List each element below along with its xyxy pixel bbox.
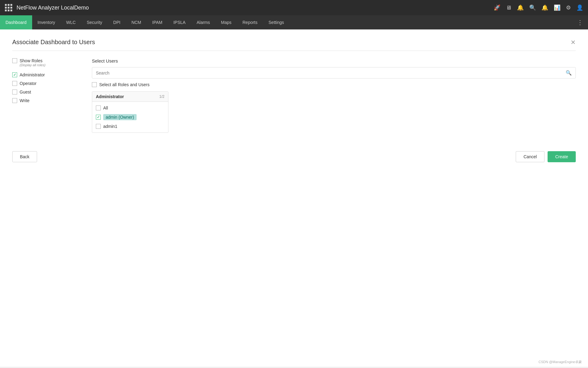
gear-icon[interactable]: ⚙ [566, 4, 571, 11]
role-checkbox-guest[interactable] [12, 90, 17, 94]
btn-group-right: Cancel Create [516, 151, 576, 162]
nav-item-ipsla[interactable]: IPSLA [168, 15, 191, 29]
close-button[interactable]: ✕ [571, 39, 576, 45]
search-box[interactable]: 🔍 [92, 67, 576, 79]
nav-item-dashboard[interactable]: Dashboard [0, 15, 32, 29]
topbar-icons: 🚀 🖥 🔔 🔍 🔔 📊 ⚙ 👤 [494, 4, 583, 11]
notification-icon[interactable]: 🔔 [541, 4, 548, 11]
search-input[interactable] [96, 71, 566, 75]
dialog-header: Associate Dashboard to Users ✕ [12, 39, 576, 51]
watermark: CSDN @ManageEngine卓豪 [539, 360, 582, 364]
group-header: Administrator 1/2 [92, 92, 168, 102]
nav-item-dpi[interactable]: DPI [108, 15, 126, 29]
show-roles-checkbox[interactable] [12, 58, 17, 63]
role-label-guest: Guest [20, 90, 31, 94]
show-roles-sub: (Display all roles) [20, 63, 45, 67]
role-checkbox-operator[interactable] [12, 81, 17, 86]
item-label-admin-owner: admin (Owner) [103, 114, 137, 120]
role-label-write: Write [20, 98, 29, 103]
group-name: Administrator [96, 94, 124, 99]
dialog-footer: Back Cancel Create [12, 145, 576, 162]
select-all-label: Select all Roles and Users [99, 82, 149, 87]
group-count: 1/2 [159, 94, 164, 99]
create-button[interactable]: Create [548, 151, 576, 162]
group-box: Administrator 1/2 All ✓ admin (Owner) [92, 91, 168, 133]
app-title: NetFlow Analyzer LocalDemo [17, 5, 494, 11]
monitor-icon[interactable]: 🖥 [506, 5, 511, 11]
dialog-title: Associate Dashboard to Users [12, 39, 95, 46]
group-items: All ✓ admin (Owner) admin1 [92, 102, 168, 132]
rocket-icon[interactable]: 🚀 [494, 4, 500, 11]
item-checkbox-admin1[interactable] [96, 124, 101, 129]
select-users-title: Select Users [92, 58, 576, 63]
group-item-all[interactable]: All [92, 104, 168, 112]
bar-chart-icon[interactable]: 📊 [554, 4, 560, 11]
select-all-row: Select all Roles and Users [92, 82, 576, 87]
role-row-administrator: ✓ Administrator [12, 71, 80, 79]
checkmark-icon: ✓ [13, 73, 16, 77]
nav-item-wlc[interactable]: WLC [61, 15, 81, 29]
show-roles-row: Show Roles (Display all roles) [12, 58, 80, 67]
navbar: Dashboard Inventory WLC Security DPI NCM… [0, 15, 588, 29]
role-row-write: Write [12, 96, 80, 105]
item-checkbox-admin-owner[interactable]: ✓ [96, 115, 101, 120]
item-checkbox-all[interactable] [96, 105, 101, 110]
show-roles-text: Show Roles (Display all roles) [20, 58, 45, 67]
show-roles-label: Show Roles [20, 58, 45, 63]
nav-more-icon[interactable]: ⋮ [572, 15, 588, 29]
checkmark-icon: ✓ [97, 115, 100, 119]
users-panel: Select Users 🔍 Select all Roles and User… [92, 58, 576, 133]
role-label-operator: Operator [20, 81, 36, 86]
nav-item-security[interactable]: Security [81, 15, 108, 29]
bell-alert-icon[interactable]: 🔔 [517, 4, 524, 11]
nav-item-alarms[interactable]: Alarms [191, 15, 216, 29]
role-row-guest: Guest [12, 88, 80, 96]
search-magnify-icon: 🔍 [566, 70, 572, 76]
nav-item-reports[interactable]: Reports [237, 15, 263, 29]
select-all-checkbox[interactable] [92, 82, 97, 87]
item-label-admin1: admin1 [103, 124, 117, 129]
group-item-admin1[interactable]: admin1 [92, 122, 168, 131]
user-icon[interactable]: 👤 [576, 4, 583, 11]
role-label-administrator: Administrator [20, 72, 45, 77]
nav-item-settings[interactable]: Settings [263, 15, 290, 29]
item-label-all: All [103, 105, 108, 110]
topbar: NetFlow Analyzer LocalDemo 🚀 🖥 🔔 🔍 🔔 📊 ⚙… [0, 0, 588, 15]
back-button[interactable]: Back [12, 151, 37, 162]
dialog-body: Show Roles (Display all roles) ✓ Adminis… [12, 58, 576, 133]
group-item-admin-owner[interactable]: ✓ admin (Owner) [92, 112, 168, 122]
role-row-operator: Operator [12, 79, 80, 88]
role-checkbox-administrator[interactable]: ✓ [12, 72, 17, 77]
nav-item-inventory[interactable]: Inventory [32, 15, 61, 29]
role-checkbox-write[interactable] [12, 98, 17, 103]
nav-item-ipam[interactable]: IPAM [147, 15, 168, 29]
main-content: Associate Dashboard to Users ✕ Show Role… [0, 29, 588, 367]
nav-item-ncm[interactable]: NCM [126, 15, 147, 29]
roles-panel: Show Roles (Display all roles) ✓ Adminis… [12, 58, 80, 105]
search-icon[interactable]: 🔍 [529, 4, 536, 11]
cancel-button[interactable]: Cancel [516, 151, 545, 162]
nav-item-maps[interactable]: Maps [216, 15, 237, 29]
grid-icon[interactable] [5, 4, 12, 11]
